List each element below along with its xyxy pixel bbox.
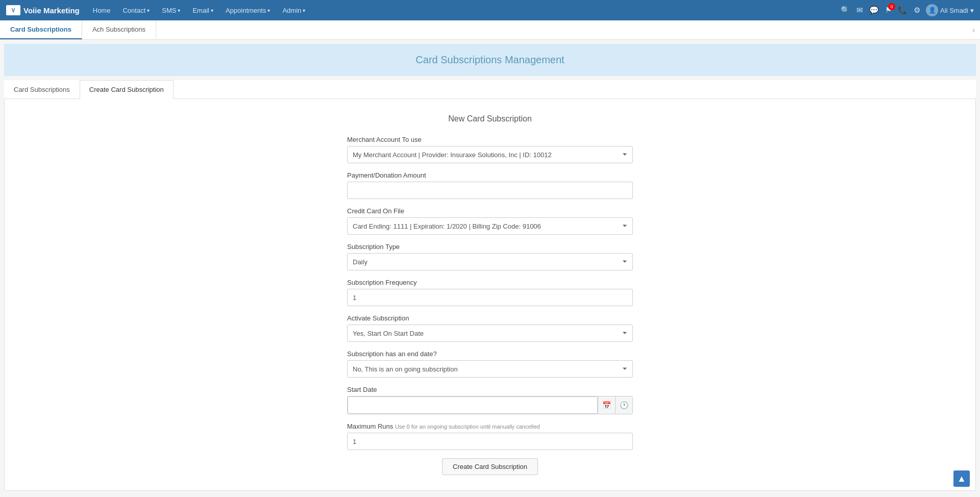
create-card-subscription-button[interactable]: Create Card Subscription — [442, 458, 538, 475]
scroll-right-icon[interactable]: › — [967, 21, 980, 39]
settings-icon[interactable]: ⚙ — [912, 5, 922, 15]
end-date-group: Subscription has an end date? No, This i… — [347, 350, 633, 378]
start-date-group: Start Date 📅 🕐 — [347, 386, 633, 414]
top-tabs: Card Subscriptions Ach Subscriptions › — [0, 20, 980, 40]
appointments-caret: ▾ — [267, 8, 270, 13]
subscription-type-group: Subscription Type Daily Weekly Monthly Y… — [347, 243, 633, 270]
nav-right: 🔍 ✉ 💬 ⚑ 0 📞 ⚙ 👤 Ali Smadi ▾ — [840, 4, 974, 16]
brand-icon: V — [6, 5, 20, 15]
brand-name: Voiie Marketing — [23, 6, 80, 15]
contact-caret: ▾ — [147, 8, 150, 13]
start-date-label: Start Date — [347, 386, 633, 393]
merchant-account-label: Merchant Account To use — [347, 136, 633, 143]
mail-icon[interactable]: ✉ — [854, 5, 865, 15]
max-runs-group: Maximum Runs Use 0 for an ongoing subscr… — [347, 423, 633, 450]
main-content: Card Subscriptions Management Card Subsc… — [0, 40, 980, 497]
credit-card-label: Credit Card On File — [347, 207, 633, 215]
subscription-frequency-group: Subscription Frequency — [347, 279, 633, 306]
user-menu[interactable]: 👤 Ali Smadi ▾ — [926, 4, 974, 16]
payment-amount-group: Payment/Donation Amount — [347, 171, 633, 199]
inner-tabs: Card Subscriptions Create Card Subscript… — [4, 80, 976, 99]
page-banner: Card Subscriptions Management — [4, 44, 976, 76]
navbar: V Voiie Marketing Home Contact ▾ SMS ▾ E… — [0, 0, 980, 20]
max-runs-input[interactable] — [347, 433, 633, 450]
inner-tab-create-card-subscription[interactable]: Create Card Subscription — [80, 80, 174, 99]
max-runs-hint: Use 0 for an ongoing subscription until … — [395, 424, 540, 430]
phone-icon[interactable]: 📞 — [897, 5, 908, 15]
avatar: 👤 — [926, 4, 938, 16]
form-inner: Merchant Account To use My Merchant Acco… — [347, 136, 633, 475]
tab-ach-subscriptions[interactable]: Ach Subscriptions — [82, 20, 156, 39]
merchant-account-select[interactable]: My Merchant Account | Provider: Insuraxe… — [347, 146, 633, 163]
subscription-type-label: Subscription Type — [347, 243, 633, 251]
brand-logo[interactable]: V Voiie Marketing — [6, 5, 80, 15]
activate-subscription-label: Activate Subscription — [347, 314, 633, 322]
nav-sms[interactable]: SMS ▾ — [157, 4, 185, 17]
admin-caret: ▾ — [303, 8, 305, 13]
user-name: Ali Smadi — [940, 7, 968, 14]
subscription-frequency-input[interactable] — [347, 289, 633, 306]
chat-icon[interactable]: 💬 — [869, 5, 879, 15]
email-caret: ▾ — [211, 8, 213, 13]
form-container: New Card Subscription Merchant Account T… — [4, 99, 976, 491]
clock-icon[interactable]: 🕐 — [615, 396, 632, 414]
end-date-select[interactable]: No, This is an on going subscription Yes… — [347, 360, 633, 378]
subscription-frequency-label: Subscription Frequency — [347, 279, 633, 286]
nav-email[interactable]: Email ▾ — [187, 4, 218, 17]
activate-subscription-select[interactable]: Yes, Start On Start Date No, Do Not Acti… — [347, 325, 633, 342]
nav-admin[interactable]: Admin ▾ — [277, 4, 310, 17]
nav-appointments[interactable]: Appointments ▾ — [220, 4, 276, 17]
credit-card-select[interactable]: Card Ending: 1111 | Expiration: 1/2020 |… — [347, 217, 633, 235]
activate-subscription-group: Activate Subscription Yes, Start On Star… — [347, 314, 633, 342]
payment-amount-label: Payment/Donation Amount — [347, 171, 633, 179]
end-date-label: Subscription has an end date? — [347, 350, 633, 358]
merchant-account-group: Merchant Account To use My Merchant Acco… — [347, 136, 633, 163]
page-banner-title: Card Subscriptions Management — [14, 54, 966, 66]
start-date-input[interactable] — [348, 396, 598, 414]
user-caret-icon: ▾ — [970, 7, 974, 14]
subscription-type-select[interactable]: Daily Weekly Monthly Yearly — [347, 253, 633, 270]
credit-card-group: Credit Card On File Card Ending: 1111 | … — [347, 207, 633, 235]
search-icon[interactable]: 🔍 — [840, 5, 850, 15]
start-date-wrapper: 📅 🕐 — [347, 396, 633, 414]
payment-amount-input[interactable] — [347, 182, 633, 199]
max-runs-label: Maximum Runs Use 0 for an ongoing subscr… — [347, 423, 633, 430]
flag-badge: 0 — [888, 3, 895, 10]
tab-card-subscriptions[interactable]: Card Subscriptions — [0, 20, 82, 39]
inner-tab-card-subscriptions[interactable]: Card Subscriptions — [4, 80, 80, 99]
sms-caret: ▾ — [178, 8, 180, 13]
nav-contact[interactable]: Contact ▾ — [117, 4, 155, 17]
nav-home[interactable]: Home — [88, 4, 116, 17]
nav-links: Home Contact ▾ SMS ▾ Email ▾ Appointment… — [88, 4, 311, 17]
scroll-to-top-button[interactable]: ▲ — [953, 470, 970, 487]
form-title: New Card Subscription — [15, 114, 965, 123]
calendar-icon[interactable]: 📅 — [598, 396, 615, 414]
flag-badge-container[interactable]: ⚑ 0 — [883, 5, 893, 15]
